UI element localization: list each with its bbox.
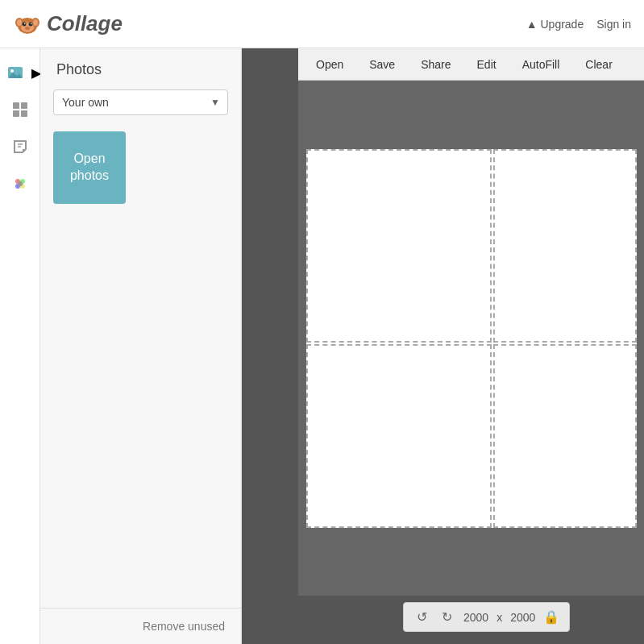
sidebar-item-paint[interactable]	[4, 168, 36, 200]
svg-point-6	[23, 22, 27, 26]
sidebar-item-sticker[interactable]	[4, 131, 36, 163]
share-button[interactable]: Share	[411, 53, 460, 76]
header-bar: Collage ▲ Upgrade Sign in	[0, 0, 644, 48]
logo-text: Collage	[47, 11, 123, 36]
icon-sidebar: ▶	[0, 48, 40, 644]
layout-icon	[11, 101, 29, 118]
sidebar-item-photos[interactable]	[0, 56, 31, 89]
svg-point-10	[25, 27, 30, 30]
redo-button[interactable]: ↻	[438, 608, 455, 626]
signin-button[interactable]: Sign in	[596, 18, 631, 31]
svg-point-9	[31, 23, 32, 24]
open-photos-button[interactable]: Open photos	[53, 131, 126, 204]
sticker-icon	[11, 138, 29, 156]
panel-title: Photos	[40, 48, 241, 86]
paint-icon	[11, 175, 29, 193]
svg-rect-16	[13, 110, 19, 117]
canvas-height: 2000	[510, 611, 535, 624]
sidebar-panel: Photos Your own Facebook Flickr Instagra…	[40, 48, 242, 644]
svg-point-4	[33, 19, 38, 26]
bottom-controls: ↺ ↻ 2000 x 2000 🔒	[403, 602, 570, 632]
undo-icon: ↺	[417, 610, 427, 624]
sidebar-item-layout[interactable]	[4, 93, 36, 126]
photos-arrow: ▶	[31, 65, 41, 81]
logo-icon	[13, 10, 42, 39]
svg-point-12	[10, 69, 14, 73]
svg-rect-15	[21, 102, 27, 109]
logo-area: Collage	[13, 10, 123, 39]
open-button[interactable]: Open	[306, 53, 353, 76]
top-toolbar: Open Save Share Edit AutoFill Clear	[298, 48, 644, 81]
canvas-cell-bottom-right[interactable]	[493, 344, 637, 528]
canvas-cell-bottom-left[interactable]	[306, 344, 492, 528]
canvas-width: 2000	[463, 611, 488, 624]
redo-icon: ↻	[442, 610, 452, 624]
upgrade-button[interactable]: ▲ Upgrade	[526, 18, 584, 31]
svg-rect-14	[13, 102, 19, 109]
photos-nav-wrapper: ▶	[0, 56, 41, 89]
source-dropdown[interactable]: Your own Facebook Flickr Instagram	[53, 89, 228, 115]
canvas-cell-top-left[interactable]	[306, 149, 492, 343]
canvas-cell-top-right[interactable]	[493, 149, 637, 343]
save-button[interactable]: Save	[359, 53, 405, 76]
photo-icon	[6, 64, 24, 81]
autofill-button[interactable]: AutoFill	[513, 53, 570, 76]
remove-unused-link[interactable]: Remove unused	[40, 608, 241, 644]
canvas-separator: x	[497, 611, 502, 624]
clear-button[interactable]: Clear	[575, 53, 621, 76]
svg-point-7	[29, 22, 33, 26]
dropdown-wrapper: Your own Facebook Flickr Instagram ▼	[53, 89, 228, 115]
dropdown-row: Your own Facebook Flickr Instagram ▼	[40, 86, 241, 125]
undo-button[interactable]: ↺	[413, 608, 430, 626]
svg-point-24	[18, 181, 23, 186]
collage-canvas	[306, 149, 637, 528]
header-right: ▲ Upgrade Sign in	[526, 18, 631, 31]
canvas-area	[298, 81, 644, 596]
svg-point-3	[17, 19, 22, 26]
upgrade-icon: ▲	[526, 18, 538, 31]
svg-rect-17	[21, 110, 27, 117]
svg-point-8	[24, 23, 26, 24]
lock-icon: 🔒	[543, 609, 559, 625]
edit-button[interactable]: Edit	[467, 53, 506, 76]
